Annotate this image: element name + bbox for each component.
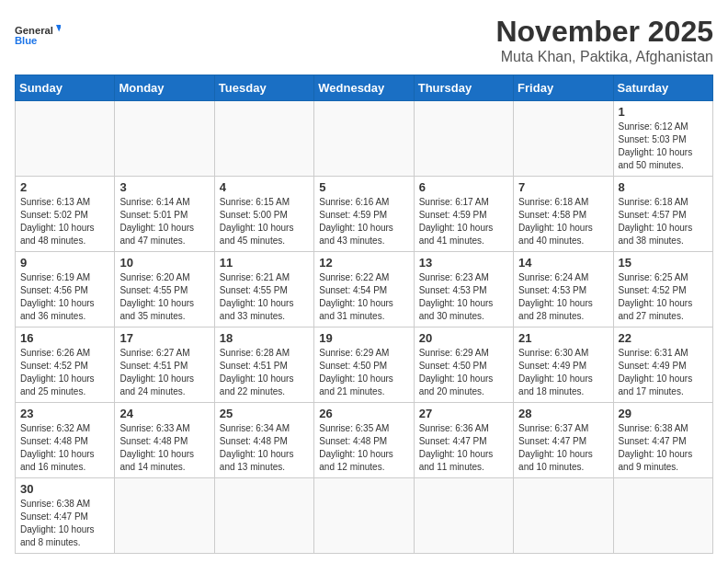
calendar-header-row: SundayMondayTuesdayWednesdayThursdayFrid… bbox=[16, 75, 713, 101]
calendar-week-row: 23Sunrise: 6:32 AM Sunset: 4:48 PM Dayli… bbox=[16, 403, 713, 478]
calendar-week-row: 30Sunrise: 6:38 AM Sunset: 4:47 PM Dayli… bbox=[16, 478, 713, 554]
calendar-cell: 11Sunrise: 6:21 AM Sunset: 4:55 PM Dayli… bbox=[214, 252, 313, 327]
cell-sun-info: Sunrise: 6:29 AM Sunset: 4:50 PM Dayligh… bbox=[419, 347, 508, 398]
date-number: 6 bbox=[419, 180, 508, 194]
calendar-cell bbox=[314, 101, 414, 177]
cell-sun-info: Sunrise: 6:32 AM Sunset: 4:48 PM Dayligh… bbox=[20, 422, 109, 474]
date-number: 20 bbox=[419, 331, 508, 345]
cell-sun-info: Sunrise: 6:30 AM Sunset: 4:49 PM Dayligh… bbox=[518, 347, 608, 398]
date-number: 23 bbox=[20, 407, 109, 420]
logo: General Blue bbox=[15, 15, 61, 56]
calendar-week-row: 2Sunrise: 6:13 AM Sunset: 5:02 PM Daylig… bbox=[16, 177, 713, 252]
date-number: 17 bbox=[119, 331, 209, 345]
cell-sun-info: Sunrise: 6:37 AM Sunset: 4:47 PM Dayligh… bbox=[518, 422, 608, 474]
calendar-cell: 17Sunrise: 6:27 AM Sunset: 4:51 PM Dayli… bbox=[115, 327, 214, 403]
calendar-cell: 23Sunrise: 6:32 AM Sunset: 4:48 PM Dayli… bbox=[16, 403, 115, 478]
calendar-cell bbox=[514, 101, 613, 177]
location-title: Muta Khan, Paktika, Afghanistan bbox=[495, 49, 713, 65]
calendar-cell bbox=[314, 478, 414, 554]
date-number: 14 bbox=[518, 256, 608, 270]
cell-sun-info: Sunrise: 6:13 AM Sunset: 5:02 PM Dayligh… bbox=[20, 196, 109, 247]
cell-sun-info: Sunrise: 6:15 AM Sunset: 5:00 PM Dayligh… bbox=[220, 196, 309, 247]
calendar-day-header: Friday bbox=[514, 75, 613, 101]
date-number: 10 bbox=[119, 256, 209, 270]
cell-sun-info: Sunrise: 6:31 AM Sunset: 4:49 PM Dayligh… bbox=[619, 347, 708, 398]
logo-svg: General Blue bbox=[15, 15, 61, 56]
cell-sun-info: Sunrise: 6:24 AM Sunset: 4:53 PM Dayligh… bbox=[518, 271, 608, 323]
calendar-cell bbox=[16, 101, 115, 177]
cell-sun-info: Sunrise: 6:38 AM Sunset: 4:47 PM Dayligh… bbox=[20, 498, 109, 549]
calendar-cell: 19Sunrise: 6:29 AM Sunset: 4:50 PM Dayli… bbox=[314, 327, 414, 403]
svg-text:General: General bbox=[15, 25, 53, 36]
date-number: 25 bbox=[220, 407, 309, 420]
calendar-week-row: 1Sunrise: 6:12 AM Sunset: 5:03 PM Daylig… bbox=[16, 101, 713, 177]
calendar-cell: 4Sunrise: 6:15 AM Sunset: 5:00 PM Daylig… bbox=[214, 177, 313, 252]
calendar-cell: 8Sunrise: 6:18 AM Sunset: 4:57 PM Daylig… bbox=[613, 177, 712, 252]
date-number: 5 bbox=[319, 180, 408, 194]
date-number: 30 bbox=[20, 482, 109, 496]
date-number: 22 bbox=[619, 331, 708, 345]
cell-sun-info: Sunrise: 6:18 AM Sunset: 4:58 PM Dayligh… bbox=[518, 196, 608, 247]
calendar-cell bbox=[613, 478, 712, 554]
cell-sun-info: Sunrise: 6:16 AM Sunset: 4:59 PM Dayligh… bbox=[319, 196, 408, 247]
calendar-cell: 29Sunrise: 6:38 AM Sunset: 4:47 PM Dayli… bbox=[613, 403, 712, 478]
calendar-cell: 22Sunrise: 6:31 AM Sunset: 4:49 PM Dayli… bbox=[613, 327, 712, 403]
calendar-day-header: Monday bbox=[115, 75, 214, 101]
date-number: 8 bbox=[619, 180, 708, 194]
cell-sun-info: Sunrise: 6:23 AM Sunset: 4:53 PM Dayligh… bbox=[419, 271, 508, 323]
date-number: 11 bbox=[220, 256, 309, 270]
calendar-cell: 16Sunrise: 6:26 AM Sunset: 4:52 PM Dayli… bbox=[16, 327, 115, 403]
calendar-cell bbox=[115, 478, 214, 554]
date-number: 28 bbox=[518, 407, 608, 420]
date-number: 4 bbox=[220, 180, 309, 194]
calendar-cell bbox=[214, 101, 313, 177]
calendar-cell: 5Sunrise: 6:16 AM Sunset: 4:59 PM Daylig… bbox=[314, 177, 414, 252]
cell-sun-info: Sunrise: 6:35 AM Sunset: 4:48 PM Dayligh… bbox=[319, 422, 408, 474]
date-number: 24 bbox=[119, 407, 209, 420]
cell-sun-info: Sunrise: 6:12 AM Sunset: 5:03 PM Dayligh… bbox=[619, 121, 708, 172]
calendar-cell: 10Sunrise: 6:20 AM Sunset: 4:55 PM Dayli… bbox=[115, 252, 214, 327]
cell-sun-info: Sunrise: 6:25 AM Sunset: 4:52 PM Dayligh… bbox=[619, 271, 708, 323]
calendar-cell bbox=[414, 101, 513, 177]
calendar-cell: 9Sunrise: 6:19 AM Sunset: 4:56 PM Daylig… bbox=[16, 252, 115, 327]
date-number: 19 bbox=[319, 331, 408, 345]
cell-sun-info: Sunrise: 6:34 AM Sunset: 4:48 PM Dayligh… bbox=[220, 422, 309, 474]
calendar-day-header: Sunday bbox=[16, 75, 115, 101]
cell-sun-info: Sunrise: 6:18 AM Sunset: 4:57 PM Dayligh… bbox=[619, 196, 708, 247]
title-area: November 2025 Muta Khan, Paktika, Afghan… bbox=[495, 15, 713, 65]
date-number: 21 bbox=[518, 331, 608, 345]
calendar-cell: 14Sunrise: 6:24 AM Sunset: 4:53 PM Dayli… bbox=[514, 252, 613, 327]
calendar-cell bbox=[115, 101, 214, 177]
calendar-week-row: 9Sunrise: 6:19 AM Sunset: 4:56 PM Daylig… bbox=[16, 252, 713, 327]
calendar-cell: 15Sunrise: 6:25 AM Sunset: 4:52 PM Dayli… bbox=[613, 252, 712, 327]
cell-sun-info: Sunrise: 6:28 AM Sunset: 4:51 PM Dayligh… bbox=[220, 347, 309, 398]
calendar-cell: 28Sunrise: 6:37 AM Sunset: 4:47 PM Dayli… bbox=[514, 403, 613, 478]
month-title: November 2025 bbox=[495, 15, 713, 49]
calendar-week-row: 16Sunrise: 6:26 AM Sunset: 4:52 PM Dayli… bbox=[16, 327, 713, 403]
date-number: 9 bbox=[20, 256, 109, 270]
cell-sun-info: Sunrise: 6:19 AM Sunset: 4:56 PM Dayligh… bbox=[20, 271, 109, 323]
date-number: 12 bbox=[319, 256, 408, 270]
svg-text:Blue: Blue bbox=[15, 35, 37, 46]
calendar-cell: 24Sunrise: 6:33 AM Sunset: 4:48 PM Dayli… bbox=[115, 403, 214, 478]
cell-sun-info: Sunrise: 6:29 AM Sunset: 4:50 PM Dayligh… bbox=[319, 347, 408, 398]
svg-marker-2 bbox=[56, 25, 61, 32]
calendar-cell: 21Sunrise: 6:30 AM Sunset: 4:49 PM Dayli… bbox=[514, 327, 613, 403]
calendar-cell bbox=[214, 478, 313, 554]
cell-sun-info: Sunrise: 6:17 AM Sunset: 4:59 PM Dayligh… bbox=[419, 196, 508, 247]
calendar-cell: 18Sunrise: 6:28 AM Sunset: 4:51 PM Dayli… bbox=[214, 327, 313, 403]
date-number: 26 bbox=[319, 407, 408, 420]
date-number: 29 bbox=[619, 407, 708, 420]
calendar-cell: 26Sunrise: 6:35 AM Sunset: 4:48 PM Dayli… bbox=[314, 403, 414, 478]
cell-sun-info: Sunrise: 6:27 AM Sunset: 4:51 PM Dayligh… bbox=[119, 347, 209, 398]
calendar: SundayMondayTuesdayWednesdayThursdayFrid… bbox=[15, 75, 713, 554]
cell-sun-info: Sunrise: 6:26 AM Sunset: 4:52 PM Dayligh… bbox=[20, 347, 109, 398]
cell-sun-info: Sunrise: 6:22 AM Sunset: 4:54 PM Dayligh… bbox=[319, 271, 408, 323]
date-number: 13 bbox=[419, 256, 508, 270]
cell-sun-info: Sunrise: 6:36 AM Sunset: 4:47 PM Dayligh… bbox=[419, 422, 508, 474]
calendar-cell: 6Sunrise: 6:17 AM Sunset: 4:59 PM Daylig… bbox=[414, 177, 513, 252]
date-number: 3 bbox=[119, 180, 209, 194]
cell-sun-info: Sunrise: 6:38 AM Sunset: 4:47 PM Dayligh… bbox=[619, 422, 708, 474]
calendar-cell: 27Sunrise: 6:36 AM Sunset: 4:47 PM Dayli… bbox=[414, 403, 513, 478]
cell-sun-info: Sunrise: 6:20 AM Sunset: 4:55 PM Dayligh… bbox=[119, 271, 209, 323]
